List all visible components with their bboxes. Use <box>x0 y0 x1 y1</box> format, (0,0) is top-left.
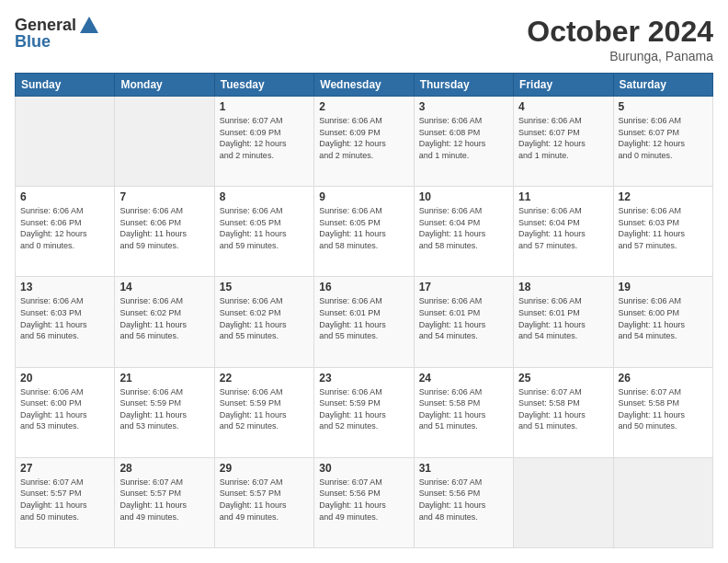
day-number: 20 <box>20 372 109 385</box>
calendar: Sunday Monday Tuesday Wednesday Thursday… <box>15 73 713 548</box>
day-info: Sunrise: 6:06 AM Sunset: 6:02 PM Dayligh… <box>220 295 309 341</box>
day-info: Sunrise: 6:07 AM Sunset: 5:57 PM Dayligh… <box>220 477 309 523</box>
day-number: 30 <box>319 462 408 475</box>
table-row: 11Sunrise: 6:06 AM Sunset: 6:04 PM Dayli… <box>514 187 613 277</box>
table-row: 21Sunrise: 6:06 AM Sunset: 5:59 PM Dayli… <box>115 367 214 457</box>
day-info: Sunrise: 6:06 AM Sunset: 6:06 PM Dayligh… <box>119 205 209 251</box>
day-number: 18 <box>518 281 608 293</box>
day-number: 7 <box>119 190 209 203</box>
svg-marker-0 <box>80 17 98 33</box>
day-info: Sunrise: 6:06 AM Sunset: 6:04 PM Dayligh… <box>419 205 508 251</box>
table-row: 9Sunrise: 6:06 AM Sunset: 6:05 PM Daylig… <box>314 187 414 277</box>
table-row: 17Sunrise: 6:06 AM Sunset: 6:01 PM Dayli… <box>414 277 513 367</box>
day-number: 5 <box>619 100 708 113</box>
day-number: 29 <box>220 462 309 475</box>
page: General Blue October 2024 Burunga, Panam… <box>0 0 728 563</box>
day-info: Sunrise: 6:06 AM Sunset: 6:06 PM Dayligh… <box>20 205 109 251</box>
table-row: 10Sunrise: 6:06 AM Sunset: 6:04 PM Dayli… <box>414 187 513 277</box>
table-row: 13Sunrise: 6:06 AM Sunset: 6:03 PM Dayli… <box>16 277 115 367</box>
col-wednesday: Wednesday <box>314 74 414 97</box>
col-monday: Monday <box>115 74 214 97</box>
table-row: 8Sunrise: 6:06 AM Sunset: 6:05 PM Daylig… <box>214 187 313 277</box>
day-number: 13 <box>20 281 109 293</box>
day-info: Sunrise: 6:06 AM Sunset: 6:05 PM Dayligh… <box>319 205 408 251</box>
day-number: 9 <box>319 190 408 203</box>
logo-blue: Blue <box>15 33 100 52</box>
day-info: Sunrise: 6:06 AM Sunset: 6:07 PM Dayligh… <box>518 115 608 161</box>
col-tuesday: Tuesday <box>214 74 313 97</box>
day-info: Sunrise: 6:06 AM Sunset: 5:58 PM Dayligh… <box>419 386 508 432</box>
day-number: 4 <box>518 100 608 113</box>
day-info: Sunrise: 6:06 AM Sunset: 5:59 PM Dayligh… <box>220 386 309 432</box>
day-number: 23 <box>319 372 408 385</box>
title-section: October 2024 Burunga, Panama <box>527 15 713 63</box>
table-row: 4Sunrise: 6:06 AM Sunset: 6:07 PM Daylig… <box>514 97 613 187</box>
table-row: 3Sunrise: 6:06 AM Sunset: 6:08 PM Daylig… <box>414 97 513 187</box>
day-info: Sunrise: 6:06 AM Sunset: 5:59 PM Dayligh… <box>119 386 209 432</box>
calendar-week-2: 6Sunrise: 6:06 AM Sunset: 6:06 PM Daylig… <box>16 187 713 277</box>
day-info: Sunrise: 6:06 AM Sunset: 6:08 PM Dayligh… <box>419 115 508 161</box>
day-number: 25 <box>518 372 608 385</box>
day-number: 11 <box>518 190 608 203</box>
day-info: Sunrise: 6:06 AM Sunset: 6:09 PM Dayligh… <box>319 115 408 161</box>
table-row: 18Sunrise: 6:06 AM Sunset: 6:01 PM Dayli… <box>514 277 613 367</box>
day-info: Sunrise: 6:06 AM Sunset: 6:07 PM Dayligh… <box>619 115 708 161</box>
day-number: 31 <box>419 462 508 475</box>
table-row: 20Sunrise: 6:06 AM Sunset: 6:00 PM Dayli… <box>16 367 115 457</box>
day-info: Sunrise: 6:07 AM Sunset: 5:58 PM Dayligh… <box>518 386 608 432</box>
day-info: Sunrise: 6:06 AM Sunset: 5:59 PM Dayligh… <box>319 386 408 432</box>
table-row: 1Sunrise: 6:07 AM Sunset: 6:09 PM Daylig… <box>214 97 313 187</box>
table-row: 15Sunrise: 6:06 AM Sunset: 6:02 PM Dayli… <box>214 277 313 367</box>
header: General Blue October 2024 Burunga, Panam… <box>15 15 713 63</box>
day-info: Sunrise: 6:07 AM Sunset: 5:58 PM Dayligh… <box>619 386 708 432</box>
day-info: Sunrise: 6:07 AM Sunset: 5:57 PM Dayligh… <box>20 477 109 523</box>
col-friday: Friday <box>514 74 613 97</box>
table-row: 25Sunrise: 6:07 AM Sunset: 5:58 PM Dayli… <box>514 367 613 457</box>
table-row <box>514 457 613 547</box>
table-row: 6Sunrise: 6:06 AM Sunset: 6:06 PM Daylig… <box>16 187 115 277</box>
table-row: 27Sunrise: 6:07 AM Sunset: 5:57 PM Dayli… <box>16 457 115 547</box>
day-number: 27 <box>20 462 109 475</box>
day-number: 26 <box>619 372 708 385</box>
table-row: 2Sunrise: 6:06 AM Sunset: 6:09 PM Daylig… <box>314 97 414 187</box>
day-number: 16 <box>319 281 408 293</box>
month-title: October 2024 <box>527 15 713 49</box>
day-number: 17 <box>419 281 508 293</box>
day-info: Sunrise: 6:06 AM Sunset: 6:00 PM Dayligh… <box>20 386 109 432</box>
day-number: 10 <box>419 190 508 203</box>
col-saturday: Saturday <box>613 74 712 97</box>
table-row: 24Sunrise: 6:06 AM Sunset: 5:58 PM Dayli… <box>414 367 513 457</box>
day-number: 19 <box>619 281 708 293</box>
col-sunday: Sunday <box>16 74 115 97</box>
logo: General Blue <box>15 15 100 52</box>
day-number: 1 <box>220 100 309 113</box>
calendar-week-5: 27Sunrise: 6:07 AM Sunset: 5:57 PM Dayli… <box>16 457 713 547</box>
day-number: 14 <box>119 281 209 293</box>
day-info: Sunrise: 6:06 AM Sunset: 6:04 PM Dayligh… <box>518 205 608 251</box>
day-number: 22 <box>220 372 309 385</box>
day-number: 8 <box>220 190 309 203</box>
location: Burunga, Panama <box>527 49 713 63</box>
table-row <box>613 457 712 547</box>
day-info: Sunrise: 6:06 AM Sunset: 6:02 PM Dayligh… <box>119 295 209 341</box>
day-number: 24 <box>419 372 508 385</box>
day-number: 21 <box>119 372 209 385</box>
table-row: 12Sunrise: 6:06 AM Sunset: 6:03 PM Dayli… <box>613 187 712 277</box>
day-number: 28 <box>119 462 209 475</box>
table-row: 16Sunrise: 6:06 AM Sunset: 6:01 PM Dayli… <box>314 277 414 367</box>
day-info: Sunrise: 6:07 AM Sunset: 5:56 PM Dayligh… <box>319 477 408 523</box>
day-info: Sunrise: 6:06 AM Sunset: 6:03 PM Dayligh… <box>619 205 708 251</box>
day-info: Sunrise: 6:06 AM Sunset: 6:01 PM Dayligh… <box>319 295 408 341</box>
calendar-header-row: Sunday Monday Tuesday Wednesday Thursday… <box>16 74 713 97</box>
table-row <box>16 97 115 187</box>
day-info: Sunrise: 6:06 AM Sunset: 6:00 PM Dayligh… <box>619 295 708 341</box>
table-row: 7Sunrise: 6:06 AM Sunset: 6:06 PM Daylig… <box>115 187 214 277</box>
table-row: 30Sunrise: 6:07 AM Sunset: 5:56 PM Dayli… <box>314 457 414 547</box>
day-info: Sunrise: 6:07 AM Sunset: 5:57 PM Dayligh… <box>119 477 209 523</box>
day-number: 2 <box>319 100 408 113</box>
table-row: 14Sunrise: 6:06 AM Sunset: 6:02 PM Dayli… <box>115 277 214 367</box>
day-info: Sunrise: 6:06 AM Sunset: 6:05 PM Dayligh… <box>220 205 309 251</box>
table-row: 29Sunrise: 6:07 AM Sunset: 5:57 PM Dayli… <box>214 457 313 547</box>
col-thursday: Thursday <box>414 74 513 97</box>
day-number: 3 <box>419 100 508 113</box>
